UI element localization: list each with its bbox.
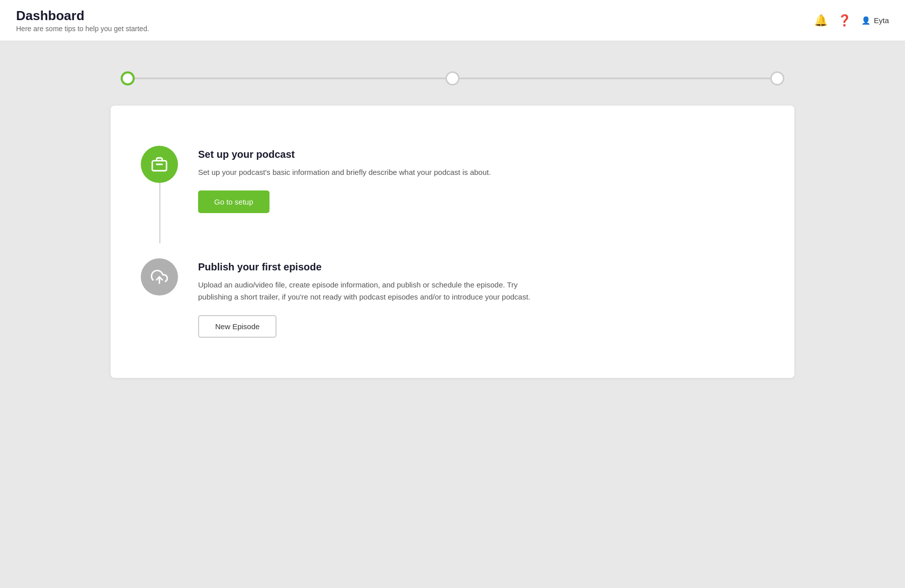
header-right: 🔔 ❓ 👤 Eyta <box>814 14 889 27</box>
header: Dashboard Here are some tips to help you… <box>0 0 905 41</box>
progress-step-3 <box>770 71 784 85</box>
card-step-setup: Set up your podcast Set up your podcast'… <box>141 131 764 228</box>
svg-rect-0 <box>152 161 166 171</box>
publish-icon-circle <box>141 258 178 296</box>
new-episode-button[interactable]: New Episode <box>198 315 277 338</box>
page-subtitle: Here are some tips to help you get start… <box>16 25 149 33</box>
step-spacer <box>141 228 764 243</box>
card-step-publish: Publish your first episode Upload an aud… <box>141 243 764 353</box>
publish-content: Publish your first episode Upload an aud… <box>198 258 764 338</box>
publish-title: Publish your first episode <box>198 261 764 273</box>
user-icon: 👤 <box>861 16 871 25</box>
progress-steps <box>121 71 784 85</box>
getting-started-card: Set up your podcast Set up your podcast'… <box>111 106 794 378</box>
page-title: Dashboard <box>16 8 149 24</box>
upload-icon <box>151 268 168 285</box>
publish-description: Upload an audio/video file, create episo… <box>198 279 540 303</box>
user-name: Eyta <box>874 16 889 25</box>
step-circle-2 <box>445 71 460 85</box>
step-circle-1 <box>121 71 135 85</box>
main-content: Set up your podcast Set up your podcast'… <box>0 41 905 408</box>
setup-description: Set up your podcast's basic information … <box>198 166 540 178</box>
progress-step-1 <box>121 71 135 85</box>
step-connector <box>159 178 160 243</box>
progress-bar <box>111 71 794 85</box>
notification-icon[interactable]: 🔔 <box>814 14 828 27</box>
setup-icon-circle <box>141 146 178 183</box>
setup-content: Set up your podcast Set up your podcast'… <box>198 146 764 213</box>
briefcase-icon <box>151 156 168 173</box>
step-circle-3 <box>770 71 784 85</box>
user-menu[interactable]: 👤 Eyta <box>861 16 889 25</box>
setup-title: Set up your podcast <box>198 149 764 160</box>
header-left: Dashboard Here are some tips to help you… <box>16 8 149 33</box>
help-icon[interactable]: ❓ <box>838 14 851 27</box>
progress-step-2 <box>445 71 460 85</box>
go-to-setup-button[interactable]: Go to setup <box>198 190 269 213</box>
